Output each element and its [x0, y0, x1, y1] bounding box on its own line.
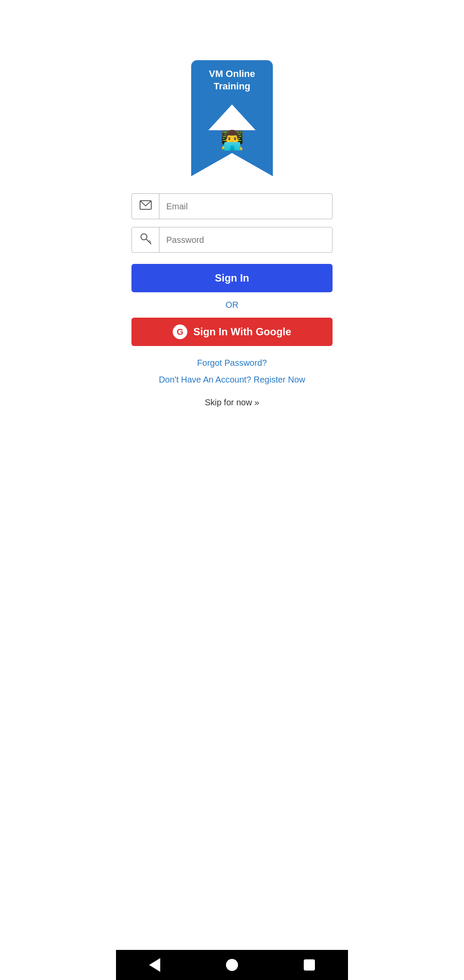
mail-icon — [140, 200, 152, 212]
password-input[interactable] — [159, 235, 332, 245]
logo-badge: VM OnlineTraining 👨‍💻 — [191, 60, 273, 176]
svg-line-3 — [149, 240, 150, 242]
or-divider: OR — [226, 300, 238, 310]
key-icon — [140, 233, 152, 247]
recent-icon — [304, 959, 315, 971]
forgot-password-link[interactable]: Forgot Password? — [197, 358, 267, 368]
nav-home-button[interactable] — [226, 959, 238, 971]
email-icon-box — [132, 194, 159, 219]
password-input-group — [131, 227, 333, 253]
svg-line-4 — [150, 242, 151, 243]
google-icon: G — [173, 325, 187, 339]
register-link[interactable]: Don't Have An Account? Register Now — [159, 375, 305, 385]
logo-emoji: 👨‍💻 — [220, 131, 244, 150]
skip-for-now-link[interactable]: Skip for now » — [205, 398, 259, 407]
password-icon-box — [132, 227, 159, 252]
logo-title: VM OnlineTraining — [205, 68, 259, 92]
logo-emoji-container: 👨‍💻 — [215, 127, 249, 153]
nav-recent-button[interactable] — [304, 959, 315, 971]
logo-triangle-shape — [208, 104, 256, 130]
sign-in-button[interactable]: Sign In — [131, 264, 333, 292]
nav-back-button[interactable] — [149, 958, 160, 972]
svg-point-1 — [141, 234, 147, 240]
google-sign-in-label: Sign In With Google — [193, 326, 291, 338]
google-sign-in-button[interactable]: G Sign In With Google — [131, 318, 333, 346]
email-input[interactable] — [159, 202, 332, 211]
email-input-group — [131, 193, 333, 219]
back-icon — [149, 958, 160, 972]
android-nav-bar — [116, 950, 348, 980]
home-icon — [226, 959, 238, 971]
logo-container: VM OnlineTraining 👨‍💻 — [191, 60, 273, 176]
